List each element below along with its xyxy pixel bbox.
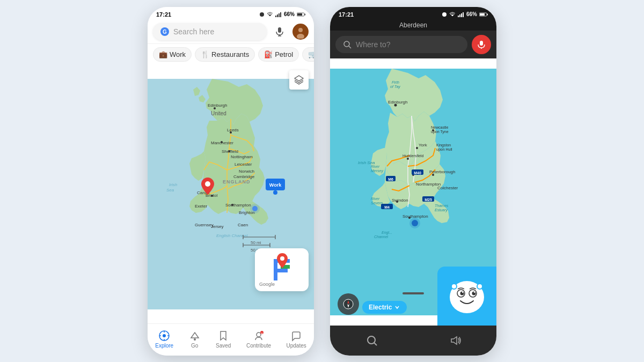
svg-text:Exeter: Exeter bbox=[195, 204, 207, 209]
svg-rect-74 bbox=[463, 12, 464, 17]
svg-point-24 bbox=[228, 150, 230, 152]
svg-point-20 bbox=[230, 131, 232, 134]
waze-volume-icon bbox=[449, 335, 461, 346]
nav-saved-label: Saved bbox=[216, 343, 231, 349]
swipe-indicator bbox=[402, 292, 424, 294]
nav-updates[interactable]: Updates bbox=[287, 330, 306, 349]
svg-point-18 bbox=[214, 107, 216, 109]
chip-work-label: Work bbox=[170, 50, 186, 58]
svg-point-31 bbox=[211, 195, 213, 197]
svg-text:G: G bbox=[163, 29, 167, 35]
svg-text:Colchester: Colchester bbox=[437, 186, 458, 190]
svg-point-136 bbox=[477, 284, 482, 289]
nav-explore-label: Explore bbox=[155, 343, 173, 349]
waze-mascot[interactable] bbox=[437, 267, 496, 326]
waze-mascot-image bbox=[444, 273, 490, 319]
svg-text:York: York bbox=[419, 143, 428, 147]
wifi-icon bbox=[267, 12, 273, 17]
gmaps-time: 17:21 bbox=[156, 11, 171, 18]
svg-text:Norwich: Norwich bbox=[239, 169, 254, 174]
restaurants-chip-icon: 🍴 bbox=[201, 50, 209, 58]
svg-rect-76 bbox=[487, 13, 488, 15]
waze-status-bar: 17:21 66% bbox=[330, 7, 496, 20]
chip-work[interactable]: 💼 Work bbox=[153, 47, 192, 62]
svg-point-87 bbox=[432, 129, 434, 131]
svg-text:Work: Work bbox=[269, 182, 282, 188]
waze-search-input[interactable]: Where to? bbox=[335, 36, 467, 53]
gmaps-search-input[interactable]: G Search here bbox=[153, 23, 267, 40]
svg-point-0 bbox=[260, 12, 264, 17]
waze-search-button[interactable] bbox=[361, 330, 383, 351]
waze-map-area[interactable]: Edinburgh Newcastle upon Tyne York Kings… bbox=[330, 58, 496, 326]
svg-text:Irish Sea: Irish Sea bbox=[358, 160, 375, 165]
waze-status-icons: 66% bbox=[442, 11, 488, 17]
svg-rect-72 bbox=[459, 14, 460, 17]
nav-go[interactable]: Go bbox=[189, 330, 201, 349]
layer-toggle-button[interactable] bbox=[289, 70, 309, 90]
contribute-icon: + bbox=[253, 330, 265, 342]
svg-point-89 bbox=[416, 147, 418, 149]
svg-point-34 bbox=[231, 204, 233, 206]
svg-point-66 bbox=[194, 338, 196, 341]
svg-text:Irish: Irish bbox=[169, 182, 178, 187]
waze-mic-button[interactable] bbox=[472, 35, 491, 54]
svg-text:Peterborough: Peterborough bbox=[429, 169, 455, 174]
svg-text:Estuary: Estuary bbox=[435, 208, 448, 212]
waze-search-bar: Where to? bbox=[330, 31, 496, 58]
waze-compass-button[interactable] bbox=[338, 293, 359, 315]
user-avatar[interactable] bbox=[292, 24, 309, 40]
gmaps-mic-button[interactable] bbox=[271, 23, 288, 40]
nav-saved[interactable]: Saved bbox=[216, 330, 231, 349]
svg-point-67 bbox=[257, 333, 261, 337]
svg-text:Cambridge: Cambridge bbox=[233, 174, 255, 179]
svg-text:Newcastle: Newcastle bbox=[431, 125, 448, 129]
svg-point-54 bbox=[250, 204, 260, 213]
gmaps-map-area[interactable]: Edinburgh Leeds Manchester Sheffield Not… bbox=[148, 65, 314, 323]
signal-icon bbox=[275, 12, 282, 17]
chip-groceries[interactable]: 🛒 Groce bbox=[302, 47, 314, 62]
chip-petrol-label: Petrol bbox=[275, 50, 293, 58]
svg-text:Huddersfield: Huddersfield bbox=[402, 154, 423, 158]
svg-text:Southampton: Southampton bbox=[225, 203, 251, 208]
nav-updates-label: Updates bbox=[287, 343, 306, 349]
svg-rect-71 bbox=[458, 16, 459, 17]
svg-line-79 bbox=[349, 46, 351, 48]
svg-text:upon Hull: upon Hull bbox=[436, 147, 452, 152]
svg-point-137 bbox=[368, 336, 375, 344]
gmaps-logo-overlay: Google bbox=[255, 248, 309, 291]
gmaps-search-placeholder: Search here bbox=[173, 27, 259, 36]
waze-volume-button[interactable] bbox=[444, 330, 466, 351]
svg-text:+: + bbox=[261, 331, 263, 335]
chevron-down-icon bbox=[394, 304, 400, 311]
chip-restaurants[interactable]: 🍴 Restaurants bbox=[195, 47, 255, 62]
svg-rect-80 bbox=[480, 41, 483, 46]
work-chip-icon: 💼 bbox=[159, 50, 167, 58]
svg-text:Channel: Channel bbox=[374, 235, 389, 239]
nav-contribute[interactable]: + Contribute bbox=[246, 330, 271, 349]
waze-city-name: Aberdeen bbox=[399, 21, 427, 29]
svg-text:Edinburgh: Edinburgh bbox=[388, 100, 407, 105]
nav-explore[interactable]: Explore bbox=[155, 330, 173, 349]
waze-location-icon bbox=[442, 12, 447, 17]
nav-contribute-label: Contribute bbox=[246, 343, 271, 349]
svg-rect-7 bbox=[297, 13, 302, 16]
svg-point-61 bbox=[163, 334, 166, 337]
waze-mic-icon bbox=[477, 40, 486, 49]
chip-petrol[interactable]: ⛽ Petrol bbox=[258, 47, 299, 62]
svg-text:Edinburgh: Edinburgh bbox=[208, 103, 227, 108]
svg-point-22 bbox=[221, 141, 223, 143]
mic-icon bbox=[275, 27, 284, 36]
svg-text:Caen: Caen bbox=[238, 223, 248, 227]
svg-point-70 bbox=[442, 12, 447, 17]
electric-chip[interactable]: Electric bbox=[362, 301, 407, 314]
svg-text:United: United bbox=[211, 110, 226, 116]
gmaps-logo-small: G bbox=[160, 27, 169, 36]
waze-bottom-bar bbox=[330, 326, 496, 356]
waze-city-header: Aberdeen bbox=[330, 20, 496, 31]
svg-text:Leicester: Leicester bbox=[235, 162, 252, 167]
svg-text:River: River bbox=[371, 165, 380, 168]
quick-chips-bar: 💼 Work 🍴 Restaurants ⛽ Petrol 🛒 Groce bbox=[148, 44, 314, 65]
svg-text:M25: M25 bbox=[425, 198, 432, 202]
compass-icon bbox=[343, 299, 354, 309]
svg-point-84 bbox=[394, 104, 397, 106]
